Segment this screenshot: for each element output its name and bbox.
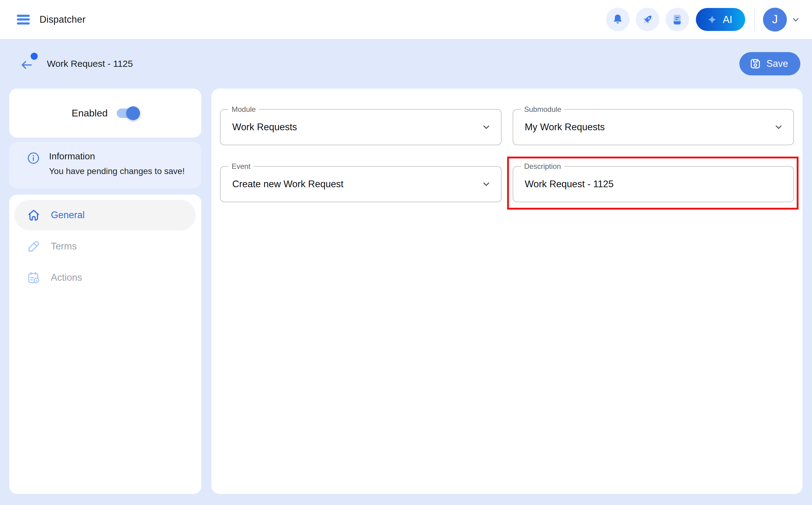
menu-icon (17, 15, 30, 17)
rocket-icon (641, 13, 654, 26)
floppy-save-icon (749, 57, 762, 70)
ai-button-label: AI (723, 14, 732, 25)
home-icon (27, 208, 41, 222)
app-root: Dispatcher (0, 0, 812, 505)
chevron-down-icon (481, 179, 491, 189)
info-title: Information (49, 151, 185, 162)
bell-icon (611, 13, 624, 26)
page-title: Work Request - 1125 (47, 58, 133, 69)
main-panel: Module Work Requests Submodule My Work R… (211, 89, 803, 494)
description-input[interactable]: Description Work Request - 1125 (513, 166, 794, 202)
submodule-select[interactable]: Submodule My Work Requests (513, 109, 794, 145)
nav-label: Actions (51, 272, 82, 283)
header-divider (754, 8, 755, 31)
info-message: You have pending changes to save! (49, 166, 185, 176)
info-icon (27, 152, 40, 165)
nav-item-actions[interactable]: Actions (14, 262, 196, 293)
field-value: My Work Requests (525, 122, 605, 133)
header-actions: AI J (600, 8, 800, 31)
enabled-label: Enabled (72, 108, 108, 119)
info-banner: Information You have pending changes to … (9, 142, 201, 188)
notifications-button[interactable] (606, 8, 630, 31)
toolbar: Work Request - 1125 Save (0, 39, 812, 89)
menu-button[interactable] (17, 15, 30, 24)
sidebar-nav: General Terms Actions (9, 195, 201, 494)
field-value: Work Request - 1125 (525, 179, 614, 190)
back-button[interactable] (19, 56, 35, 71)
form-grid: Module Work Requests Submodule My Work R… (220, 109, 794, 202)
ai-button[interactable]: AI (696, 8, 745, 31)
calendar-sparkle-icon (27, 271, 41, 285)
field-label: Description (521, 162, 564, 171)
pencil-icon (27, 239, 41, 254)
chevron-down-icon (481, 122, 491, 132)
chevron-down-icon (774, 122, 784, 132)
docs-button[interactable] (665, 8, 689, 31)
nav-item-general[interactable]: General (14, 200, 196, 230)
user-menu-button[interactable]: J (763, 8, 800, 31)
unsaved-dot (31, 53, 38, 60)
module-select[interactable]: Module Work Requests (220, 109, 501, 145)
app-title: Dispatcher (39, 14, 85, 25)
nav-item-terms[interactable]: Terms (14, 231, 196, 262)
content: Enabled Information You have pending cha… (0, 89, 812, 505)
app-header: Dispatcher (0, 0, 812, 39)
field-label: Submodule (521, 105, 564, 114)
enabled-card: Enabled (9, 89, 201, 138)
chevron-down-icon (791, 15, 800, 24)
field-label: Event (229, 162, 253, 171)
field-value: Create new Work Request (232, 179, 344, 190)
toggle-thumb (126, 106, 140, 120)
field-label: Module (229, 105, 259, 114)
nav-label: General (51, 210, 84, 221)
arrow-left-icon (19, 59, 33, 71)
save-button[interactable]: Save (739, 52, 800, 75)
sidebar: Enabled Information You have pending cha… (9, 89, 201, 494)
save-button-label: Save (766, 58, 788, 69)
event-select[interactable]: Event Create new Work Request (220, 166, 501, 202)
field-value: Work Requests (232, 122, 297, 133)
sparkle-icon (707, 14, 717, 25)
avatar: J (763, 8, 787, 31)
launch-button[interactable] (636, 8, 659, 31)
nav-label: Terms (51, 241, 76, 252)
book-icon (671, 13, 683, 26)
enabled-toggle[interactable] (117, 109, 139, 118)
